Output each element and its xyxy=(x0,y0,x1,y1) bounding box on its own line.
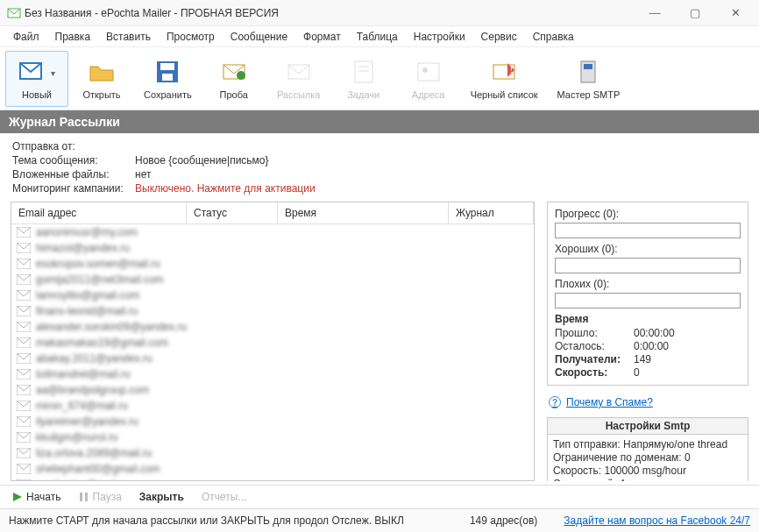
toolbar-label: Новый xyxy=(22,89,52,100)
status-count: 149 адрес(ов) xyxy=(470,514,537,527)
maximize-button[interactable]: ▢ xyxy=(675,0,715,26)
email-list[interactable]: aanonimusr@my.comhimazot@yandex.ruesokro… xyxy=(11,224,534,480)
email-row[interactable]: makasmakas19@gmail.com xyxy=(11,335,534,351)
campaign-meta: Отправка от: Тема сообщения:Новое {сообщ… xyxy=(0,133,759,202)
bad-label: Плохих (0): xyxy=(555,278,741,290)
envelope-icon xyxy=(17,259,31,269)
email-row[interactable]: lamroylito@gmail.com xyxy=(11,287,534,303)
toolbar-new-button[interactable]: ▾Новый xyxy=(5,51,68,107)
email-row[interactable]: toilmandret@mail.ru xyxy=(11,366,534,382)
email-address: finans-leonid@mail.ru xyxy=(36,305,138,317)
meta-attach-label: Вложенные файлы: xyxy=(12,168,135,181)
menu-таблица[interactable]: Таблица xyxy=(349,28,406,46)
menu-просмотр[interactable]: Просмотр xyxy=(159,28,223,46)
svg-rect-4 xyxy=(162,74,173,81)
email-address: makasmakas19@gmail.com xyxy=(36,337,168,349)
toolbar-smtpwiz-button[interactable]: Мастер SMTP xyxy=(549,51,629,107)
email-row[interactable]: esokropov.somen@mail.ru xyxy=(11,256,534,272)
progress-label: Прогресс (0): xyxy=(555,208,741,220)
email-address: miron_674@mail.ru xyxy=(36,400,128,412)
email-row[interactable]: gomija2011@net3mail.com xyxy=(11,272,534,287)
email-row[interactable]: miron_674@mail.ru xyxy=(11,398,534,414)
menu-формат[interactable]: Формат xyxy=(295,28,349,46)
stop-button[interactable]: Закрыть xyxy=(139,491,184,503)
col-time[interactable]: Время xyxy=(278,202,449,223)
envelope-icon xyxy=(17,243,31,253)
help-icon: ? xyxy=(549,396,561,408)
toolbar-blacklist-button[interactable]: !Черный список xyxy=(462,51,547,107)
email-row[interactable]: kkuligm@nurol.ru xyxy=(11,429,534,445)
smtp-row: Скорость: 100000 msg/hour xyxy=(553,465,742,477)
menu-настройки[interactable]: Настройки xyxy=(406,28,473,46)
email-row[interactable]: liza.orlova.2089@mail.ru xyxy=(11,445,534,461)
toolbar-open-button[interactable]: Открыть xyxy=(70,51,133,107)
toolbar-label: Черный список xyxy=(471,89,538,100)
time-heading: Время xyxy=(555,313,741,325)
email-address: a.mihaylov@mail.ru xyxy=(36,479,129,480)
envelope-icon xyxy=(17,464,31,474)
col-status[interactable]: Статус xyxy=(187,202,278,223)
why-spam-link[interactable]: ? Почему в Спаме? xyxy=(547,394,748,408)
toolbar-send-button: Рассылка xyxy=(267,51,330,107)
email-address: esokropov.somen@mail.ru xyxy=(36,258,160,270)
bad-bar xyxy=(555,293,741,309)
recip-label: Получатели: xyxy=(555,353,634,365)
speed-value: 0 xyxy=(634,366,640,379)
envelope-icon xyxy=(17,353,31,364)
control-bar: Начать Пауза Закрыть Отчеты... xyxy=(0,485,759,508)
svg-rect-36 xyxy=(85,493,88,501)
smtp-row: Ограничение по доменам: 0 xyxy=(553,451,742,464)
col-log[interactable]: Журнал xyxy=(449,202,534,223)
email-row[interactable]: himazot@yandex.ru xyxy=(11,240,534,256)
meta-attach-value: нет xyxy=(135,168,151,181)
email-row[interactable]: a.mihaylov@mail.ru xyxy=(11,477,534,480)
pause-icon xyxy=(79,492,89,502)
email-address: gomija2011@net3mail.com xyxy=(36,273,164,286)
menu-сервис[interactable]: Сервис xyxy=(473,28,525,46)
progress-panel: Прогресс (0): Хороших (0): Плохих (0): В… xyxy=(547,202,748,386)
start-button[interactable]: Начать xyxy=(12,491,61,503)
menu-файл[interactable]: Файл xyxy=(5,28,47,46)
email-row[interactable]: alexander.sorokin09@yandex.ru xyxy=(11,319,534,335)
section-header: Журнал Рассылки xyxy=(0,110,759,133)
meta-subject-label: Тема сообщения: xyxy=(12,154,135,167)
svg-point-6 xyxy=(237,71,245,80)
menu-сообщение[interactable]: Сообщение xyxy=(223,28,295,46)
speed-label: Скорость: xyxy=(555,366,634,379)
email-row[interactable]: abakay.2011@yandex.ru xyxy=(11,351,534,366)
toolbar-label: Сохранить xyxy=(144,89,192,100)
svg-rect-3 xyxy=(160,63,174,70)
close-button[interactable]: ✕ xyxy=(715,0,755,26)
toolbar-label: Рассылка xyxy=(277,89,321,100)
good-bar xyxy=(555,258,741,273)
email-row[interactable]: ilyareimer@yandex.ru xyxy=(11,414,534,429)
smtpwiz-icon xyxy=(574,58,602,86)
email-row[interactable]: aa@brandpolgroup.com xyxy=(11,382,534,398)
col-email[interactable]: Email адрес xyxy=(11,202,187,223)
email-address: toilmandret@mail.ru xyxy=(36,368,131,380)
menu-справка[interactable]: Справка xyxy=(525,28,582,46)
svg-rect-16 xyxy=(584,64,592,69)
email-address: abakay.2011@yandex.ru xyxy=(36,352,153,365)
email-address: lamroylito@gmail.com xyxy=(36,289,139,301)
dropdown-icon[interactable]: ▾ xyxy=(45,68,57,78)
toolbar-probe-button[interactable]: Проба xyxy=(202,51,266,107)
toolbar-save-button[interactable]: Сохранить xyxy=(135,51,201,107)
envelope-icon xyxy=(17,432,31,443)
elapsed-label: Прошло: xyxy=(555,327,634,339)
meta-subject-value: Новое {сообщение|письмо} xyxy=(135,154,269,167)
minimize-button[interactable]: — xyxy=(635,0,675,26)
recip-value: 149 xyxy=(634,353,651,365)
svg-point-12 xyxy=(422,67,428,73)
email-row[interactable]: finans-leonid@mail.ru xyxy=(11,303,534,319)
email-row[interactable]: aanonimusr@my.com xyxy=(11,224,534,240)
menu-правка[interactable]: Правка xyxy=(47,28,99,46)
menubar: ФайлПравкаВставитьПросмотрСообщениеФорма… xyxy=(0,26,759,47)
facebook-link[interactable]: Задайте нам вопрос на Facebook 24/7 xyxy=(564,514,750,527)
svg-rect-35 xyxy=(80,493,82,501)
menu-вставить[interactable]: Вставить xyxy=(98,28,159,46)
new-icon xyxy=(17,58,45,86)
email-address: sheliephant00@gmail.com xyxy=(36,463,160,475)
email-row[interactable]: sheliephant00@gmail.com xyxy=(11,461,534,477)
meta-monitor-link[interactable]: Выключено. Нажмите для активации xyxy=(135,182,316,195)
